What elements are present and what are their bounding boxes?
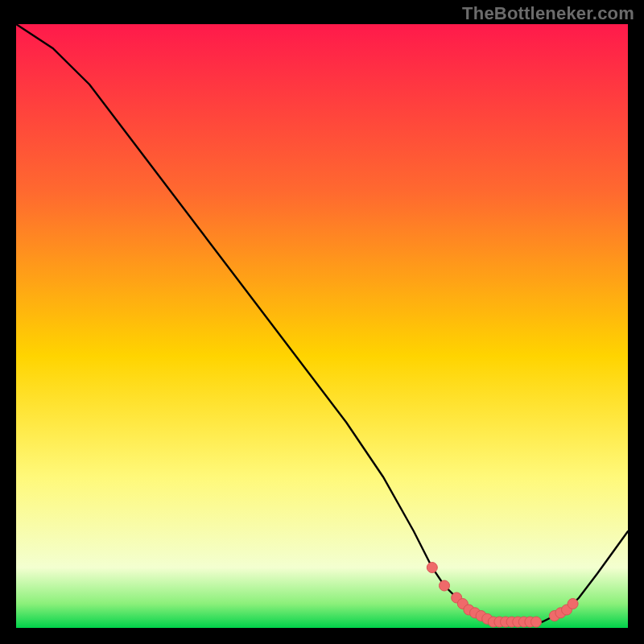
watermark-text: TheBottleneker.com bbox=[462, 3, 634, 24]
gradient-background bbox=[16, 24, 628, 628]
marker-dot bbox=[427, 563, 437, 573]
marker-dot bbox=[440, 580, 450, 591]
marker-dot bbox=[568, 599, 578, 609]
chart-stage: TheBottleneker.com bbox=[0, 0, 644, 644]
bottleneck-chart bbox=[0, 0, 644, 644]
marker-dot bbox=[531, 617, 542, 627]
